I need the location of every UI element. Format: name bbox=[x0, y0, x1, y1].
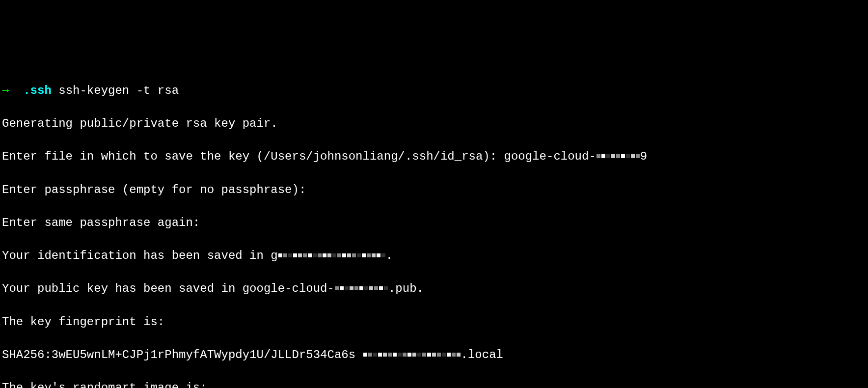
output-pubkey-saved: Your public key has been saved in google… bbox=[2, 280, 866, 297]
output-enter-file: Enter file in which to save the key (/Us… bbox=[2, 148, 866, 165]
output-fingerprint: SHA256:3wEU5wnLM+CJPj1rPhmyfATWypdy1U/JL… bbox=[2, 347, 866, 363]
censored-text bbox=[334, 279, 388, 296]
output-randomart-label: The key's randomart image is: bbox=[2, 380, 866, 388]
prompt-line: → .ssh ssh-keygen -t rsa bbox=[2, 83, 866, 99]
output-id-saved: Your identification has been saved in g. bbox=[2, 248, 866, 264]
output-passphrase: Enter passphrase (empty for no passphras… bbox=[2, 182, 866, 198]
prompt-arrow-icon: → bbox=[2, 84, 9, 97]
output-generating: Generating public/private rsa key pair. bbox=[2, 115, 866, 132]
output-fingerprint-label: The key fingerprint is: bbox=[2, 314, 866, 331]
output-passphrase-again: Enter same passphrase again: bbox=[2, 215, 866, 231]
command-text: ssh-keygen -t rsa bbox=[58, 84, 179, 97]
prompt-directory: .ssh bbox=[23, 84, 52, 97]
censored-text bbox=[363, 346, 461, 362]
terminal-output[interactable]: → .ssh ssh-keygen -t rsa Generating publ… bbox=[0, 66, 868, 388]
censored-text bbox=[596, 147, 640, 164]
censored-text bbox=[278, 247, 386, 263]
